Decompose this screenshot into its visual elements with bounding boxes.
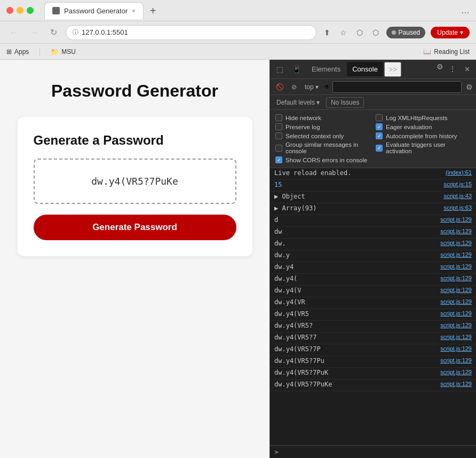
extensions2-button[interactable]: ⬡ bbox=[370, 26, 381, 39]
checkbox-eval-triggers[interactable] bbox=[376, 145, 383, 152]
log-source[interactable]: script.js:129 bbox=[435, 345, 472, 352]
setting-autocomplete-history[interactable]: Autocomplete from history bbox=[376, 132, 471, 139]
console-prompt-icon: > bbox=[274, 448, 279, 456]
log-text: dw.y4(VR5? bbox=[274, 322, 435, 329]
context-selector[interactable]: top ▾ bbox=[302, 82, 322, 92]
bookmarks-divider bbox=[39, 48, 40, 56]
label-preserve-log: Preserve log bbox=[285, 124, 320, 130]
tab-close-button[interactable]: × bbox=[132, 7, 135, 14]
console-clear-button[interactable]: 🚫 bbox=[273, 82, 287, 92]
device-toolbar-button[interactable]: 📱 bbox=[289, 63, 304, 76]
security-icon: ⓘ bbox=[73, 28, 78, 36]
log-text: Live reload enabled. bbox=[274, 169, 440, 177]
tab-more-button[interactable]: >> bbox=[384, 62, 401, 77]
tab-overflow-button[interactable]: … bbox=[461, 6, 470, 15]
checkbox-group-similar[interactable] bbox=[275, 145, 282, 152]
log-entry: dw.y4(VR5?7PuKescript.js:129 bbox=[270, 380, 476, 391]
apps-label: Apps bbox=[14, 48, 29, 56]
log-source[interactable]: script.js:129 bbox=[435, 310, 472, 317]
refresh-button[interactable]: ↻ bbox=[47, 25, 60, 40]
console-filter-button[interactable]: ⊘ bbox=[289, 82, 299, 92]
label-autocomplete-history: Autocomplete from history bbox=[386, 133, 457, 139]
checkbox-selected-context[interactable] bbox=[275, 132, 282, 139]
no-issues-button[interactable]: No Issues bbox=[326, 97, 364, 108]
log-source[interactable]: script.js:129 bbox=[435, 263, 472, 270]
tab-console[interactable]: Console bbox=[347, 62, 383, 76]
active-tab[interactable]: Password Generator × bbox=[44, 2, 144, 19]
msu-bookmark[interactable]: 📁 MSU bbox=[51, 48, 76, 56]
setting-preserve-log[interactable]: Preserve log bbox=[275, 123, 370, 130]
log-source[interactable]: script.js:129 bbox=[435, 381, 472, 387]
label-show-cors: Show CORS errors in console bbox=[285, 157, 367, 163]
levels-chevron: ▾ bbox=[316, 99, 320, 106]
reading-list-icon: 📖 bbox=[423, 48, 431, 56]
log-source[interactable]: script.js:129 bbox=[435, 251, 472, 258]
back-button[interactable]: ← bbox=[6, 26, 21, 40]
log-entry: ▶ Objectscript.js:43 bbox=[270, 192, 476, 203]
generate-password-button[interactable]: Generate Password bbox=[34, 215, 236, 240]
setting-eager-eval[interactable]: Eager evaluation bbox=[376, 123, 471, 130]
console-filter-input[interactable] bbox=[332, 81, 462, 93]
log-source[interactable]: script.js:129 bbox=[435, 298, 472, 305]
log-source[interactable]: script.js:129 bbox=[435, 357, 472, 364]
setting-eval-triggers[interactable]: Evaluate triggers user activation bbox=[376, 141, 471, 154]
log-source[interactable]: script.js:129 bbox=[435, 228, 472, 234]
default-levels-label: Default levels bbox=[276, 99, 315, 106]
log-source[interactable]: script.js:63 bbox=[438, 204, 472, 211]
password-display: dw.y4(VR5?7PuKe bbox=[34, 159, 236, 204]
setting-hide-network[interactable]: Hide network bbox=[275, 114, 370, 121]
address-field[interactable]: ⓘ 127.0.0.1:5501 bbox=[66, 25, 316, 40]
checkbox-preserve-log[interactable] bbox=[275, 123, 282, 130]
log-source[interactable]: script.js:129 bbox=[435, 369, 472, 375]
share-button[interactable]: ⬆ bbox=[322, 26, 332, 39]
setting-log-xml[interactable]: Log XMLHttpRequests bbox=[376, 114, 471, 121]
log-text: dw.y bbox=[274, 251, 435, 259]
log-text: dw.y4(VR5 bbox=[274, 310, 435, 318]
devtools-tabs: Elements Console >> bbox=[306, 62, 434, 77]
checkbox-show-cors[interactable] bbox=[275, 156, 282, 163]
update-chevron: ▾ bbox=[460, 29, 463, 36]
checkbox-log-xml[interactable] bbox=[376, 114, 383, 121]
log-text: dw.y4(VR bbox=[274, 298, 435, 306]
apps-bookmark[interactable]: ⊞ Apps bbox=[6, 48, 29, 56]
checkbox-autocomplete-history[interactable] bbox=[376, 132, 383, 139]
log-source[interactable]: script.js:129 bbox=[435, 322, 472, 328]
log-source[interactable]: script.js:15 bbox=[438, 181, 472, 187]
bookmark-button[interactable]: ☆ bbox=[338, 26, 349, 39]
log-entry: dw.y4script.js:129 bbox=[270, 262, 476, 274]
log-source[interactable]: script.js:129 bbox=[435, 240, 472, 246]
console-settings-button[interactable]: ⚙ bbox=[466, 83, 473, 91]
checkbox-eager-eval[interactable] bbox=[376, 123, 383, 130]
default-levels-button[interactable]: Default levels ▾ bbox=[273, 98, 323, 107]
inspect-element-button[interactable]: ⬚ bbox=[273, 63, 287, 76]
devtools-more-button[interactable]: ⋮ bbox=[446, 62, 459, 76]
reading-list[interactable]: 📖 Reading List bbox=[423, 48, 470, 56]
console-toolbar: 🚫 ⊘ top ▾ 👁 ⚙ bbox=[270, 79, 476, 95]
close-button[interactable] bbox=[6, 7, 13, 14]
log-text: dw.y4(V bbox=[274, 287, 435, 294]
tab-elements[interactable]: Elements bbox=[306, 62, 346, 76]
tab-bar: Password Generator × + … bbox=[44, 2, 470, 19]
log-source[interactable]: script.js:129 bbox=[435, 216, 472, 223]
address-bar: ← → ↻ ⓘ 127.0.0.1:5501 ⬆ ☆ ⬡ ⬡ Paused Up… bbox=[0, 21, 476, 44]
eye-icon[interactable]: 👁 bbox=[324, 83, 330, 91]
minimize-button[interactable] bbox=[17, 7, 23, 14]
log-source[interactable]: script.js:43 bbox=[438, 193, 472, 199]
new-tab-button[interactable]: + bbox=[150, 5, 156, 16]
setting-show-cors[interactable]: Show CORS errors in console bbox=[275, 156, 370, 163]
log-source[interactable]: script.js:129 bbox=[435, 287, 472, 293]
setting-selected-context[interactable]: Selected context only bbox=[275, 132, 370, 139]
log-source[interactable]: script.js:129 bbox=[435, 334, 472, 340]
maximize-button[interactable] bbox=[27, 7, 34, 14]
password-text: dw.y4(VR5?7PuKe bbox=[91, 176, 178, 187]
extensions-button[interactable]: ⬡ bbox=[354, 26, 365, 39]
setting-group-similar[interactable]: Group similar messages in console bbox=[275, 141, 370, 154]
log-entry: dw.y4(VR5?script.js:129 bbox=[270, 321, 476, 333]
log-source[interactable]: script.js:129 bbox=[435, 275, 472, 281]
devtools-close-button[interactable]: × bbox=[462, 62, 473, 76]
devtools-settings-button[interactable]: ⚙ bbox=[437, 62, 443, 76]
update-button[interactable]: Update ▾ bbox=[431, 27, 470, 38]
checkbox-hide-network[interactable] bbox=[275, 114, 282, 121]
forward-button[interactable]: → bbox=[27, 26, 42, 40]
log-source[interactable]: (index):61 bbox=[440, 169, 472, 176]
